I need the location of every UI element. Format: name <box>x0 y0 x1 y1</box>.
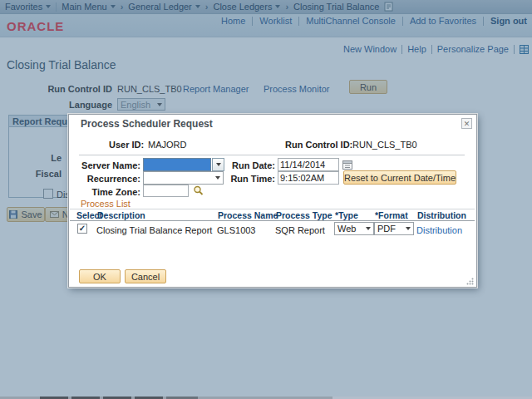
chevron-down-icon <box>216 163 221 166</box>
chevron-down-icon <box>406 227 411 230</box>
ok-button[interactable]: OK <box>79 269 121 283</box>
run-date-input[interactable]: 11/14/2014 <box>278 158 339 171</box>
run-time-value: 9:15:02AM <box>280 173 324 183</box>
divider <box>79 155 465 155</box>
row-distribution-link[interactable]: Distribution <box>416 225 462 235</box>
process-list-header: Select Description Process Name Process … <box>70 209 475 221</box>
dialog-title: Process Scheduler Request <box>81 118 213 130</box>
magnifier-icon[interactable] <box>193 185 204 196</box>
table-row: Closing Trial Balance Report GLS1003 SQR… <box>69 221 475 239</box>
time-zone-label: Time Zone: <box>74 187 140 197</box>
row-process-type: SQR Report <box>275 225 325 235</box>
reset-date-time-button[interactable]: Reset to Current Date/Time <box>343 170 456 185</box>
run-date-value: 11/14/2014 <box>280 160 325 170</box>
process-list-title: Process List <box>81 199 131 209</box>
time-zone-input[interactable] <box>143 185 189 197</box>
screen: Favorites Main Menu General Ledger Close… <box>0 0 532 399</box>
chevron-down-icon <box>215 176 220 180</box>
row-process-name: GLS1003 <box>217 225 255 235</box>
row-select-checkbox[interactable] <box>77 224 87 234</box>
row-format-select[interactable]: PDF <box>374 222 414 235</box>
column-process-type: Process Type <box>276 210 332 220</box>
type-value: Web <box>337 224 356 234</box>
column-type: *Type <box>335 210 358 220</box>
resize-grip-icon[interactable] <box>466 278 474 285</box>
format-value: PDF <box>377 224 396 234</box>
user-id-label: User ID: <box>109 140 144 150</box>
modal-run-control-value: RUN_CLS_TB0 <box>352 140 417 150</box>
column-distribution: Distribution <box>417 210 466 220</box>
row-type-select[interactable]: Web <box>334 222 374 235</box>
column-description: Description <box>97 210 145 220</box>
user-id-value: MAJORD <box>148 140 186 150</box>
server-name-label: Server Name: <box>74 160 140 170</box>
close-icon[interactable]: ✕ <box>461 118 472 129</box>
chevron-down-icon <box>366 227 371 230</box>
recurrence-select[interactable] <box>143 171 224 185</box>
server-name-select[interactable] <box>143 158 211 171</box>
modal-run-control-label: Run Control ID: <box>285 140 352 150</box>
cancel-button[interactable]: Cancel <box>125 269 166 283</box>
run-date-label: Run Date: <box>227 160 275 170</box>
process-scheduler-request-dialog: Process Scheduler Request ✕ User ID: MAJ… <box>68 114 477 288</box>
row-description: Closing Trial Balance Report <box>96 225 212 235</box>
run-time-label: Run Time: <box>227 174 275 184</box>
run-time-input[interactable]: 9:15:02AM <box>278 171 339 185</box>
recurrence-label: Recurrence: <box>74 174 140 184</box>
server-name-dropdown-button[interactable] <box>212 158 224 171</box>
column-format: *Format <box>375 210 408 220</box>
column-process-name: Process Name <box>218 210 278 220</box>
calendar-icon[interactable] <box>342 160 352 170</box>
